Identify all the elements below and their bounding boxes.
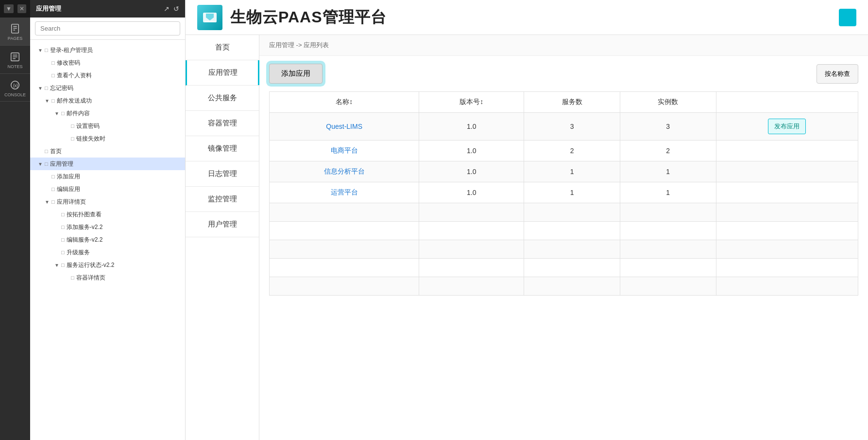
instances-cell: 3 xyxy=(620,113,716,141)
nav-item[interactable]: 公共服务 xyxy=(186,86,259,111)
sidebar-tree-item[interactable]: ▼ □ 邮件发送成功 xyxy=(30,94,185,107)
svg-rect-0 xyxy=(12,24,19,33)
sidebar-tree-item[interactable]: □ 按拓扑图查看 xyxy=(30,208,185,221)
nav-item[interactable]: 监控管理 xyxy=(186,187,259,212)
empty-cell xyxy=(419,203,524,222)
tree-arrow: ▼ xyxy=(38,85,45,92)
nav-item[interactable]: 镜像管理 xyxy=(186,136,259,161)
pages-label: PAGES xyxy=(8,36,22,41)
instances-cell: 2 xyxy=(620,141,716,161)
services-cell: 1 xyxy=(524,182,620,203)
action-cell: 发布应用 xyxy=(716,113,858,141)
empty-cell xyxy=(716,203,858,222)
sidebar-tree-item[interactable]: □ 首页 xyxy=(30,145,185,158)
release-app-button[interactable]: 发布应用 xyxy=(768,119,806,134)
empty-cell xyxy=(716,222,858,240)
page-icon: □ xyxy=(61,109,65,118)
sidebar-tree-item[interactable]: ▼ □ 忘记密码 xyxy=(30,82,185,94)
nav-item[interactable]: 容器管理 xyxy=(186,111,259,136)
app-table: 名称↕版本号↕服务数实例数 Quest-LIMS1.033发布应用电商平台1.0… xyxy=(269,91,858,296)
tree-item-label: 应用详情页 xyxy=(57,197,86,206)
tree-item-label: 升级服务 xyxy=(67,248,90,257)
sidebar-tree-item[interactable]: □ 添加应用 xyxy=(30,170,185,183)
table-head: 名称↕版本号↕服务数实例数 xyxy=(270,92,858,113)
action-cell xyxy=(716,161,858,182)
toolbar-pages-item[interactable]: PAGES xyxy=(0,18,30,46)
empty-cell xyxy=(716,277,858,296)
table-row: Quest-LIMS1.033发布应用 xyxy=(270,113,858,141)
sidebar-tree-item[interactable]: □ 编辑服务-v2.2 xyxy=(30,233,185,246)
toolbar-console-item[interactable]: {x} CONSOLE xyxy=(0,74,30,102)
export-icon[interactable]: ↗ xyxy=(164,5,170,13)
tree-item-label: 首页 xyxy=(50,147,62,156)
sidebar-search xyxy=(30,18,185,40)
nav-item[interactable]: 应用管理 xyxy=(186,60,259,86)
table-row-empty xyxy=(270,259,858,277)
search-by-name-button[interactable]: 按名称查 xyxy=(817,64,858,84)
empty-cell xyxy=(419,259,524,277)
tree-item-label: 应用管理 xyxy=(50,159,73,168)
header-right-icon xyxy=(839,9,856,26)
nav-item[interactable]: 用户管理 xyxy=(186,212,259,237)
search-input[interactable] xyxy=(35,21,180,35)
page-icon: □ xyxy=(51,71,55,80)
version-cell: 1.0 xyxy=(419,141,524,161)
page-icon: □ xyxy=(45,160,48,168)
page-icon: □ xyxy=(71,135,74,143)
services-cell: 2 xyxy=(524,141,620,161)
sidebar-header-icons: ↗ ↺ xyxy=(164,5,179,13)
sidebar-tree-item[interactable]: □ 添加服务-v2.2 xyxy=(30,221,185,233)
empty-cell xyxy=(620,259,716,277)
app-name-cell[interactable]: 运营平台 xyxy=(270,182,419,203)
tree-item-label: 添加服务-v2.2 xyxy=(67,223,103,231)
tree-item-label: 编辑应用 xyxy=(57,185,80,194)
tree-arrow: ▼ xyxy=(45,97,51,105)
breadcrumb: 应用管理 -> 应用列表 xyxy=(259,35,868,56)
table-header-cell: 实例数 xyxy=(620,92,716,113)
empty-cell xyxy=(524,277,620,296)
nav-item[interactable]: 首页 xyxy=(186,35,259,60)
toolbar-notes-item[interactable]: NOTES xyxy=(0,46,30,74)
app-name-cell[interactable]: 电商平台 xyxy=(270,141,419,161)
refresh-icon[interactable]: ↺ xyxy=(173,5,179,13)
sidebar-tree-item[interactable]: ▼ □ 应用管理 xyxy=(30,158,185,170)
sidebar-tree-item[interactable]: □ 链接失效时 xyxy=(30,132,185,145)
empty-cell xyxy=(419,277,524,296)
tree-arrow: ▼ xyxy=(45,198,51,206)
app-name-cell[interactable]: 信息分析平台 xyxy=(270,161,419,182)
sidebar-tree-item[interactable]: □ 设置密码 xyxy=(30,120,185,132)
instances-cell: 1 xyxy=(620,161,716,182)
sidebar-tree-item[interactable]: ▼ □ 邮件内容 xyxy=(30,107,185,120)
page-icon: □ xyxy=(45,147,48,156)
empty-cell xyxy=(620,203,716,222)
toolbar-top-bar: ▼ ✕ xyxy=(0,0,30,18)
sidebar-tree-item[interactable]: □ 查看个人资料 xyxy=(30,69,185,82)
table-header-cell: 名称↕ xyxy=(270,92,419,113)
tree-item-label: 修改密码 xyxy=(57,58,80,67)
sidebar-tree-item[interactable]: □ 编辑应用 xyxy=(30,183,185,195)
add-app-button[interactable]: 添加应用 xyxy=(269,64,323,84)
sidebar-tree-item[interactable]: □ 容器详情页 xyxy=(30,271,185,284)
tree-item-label: 服务运行状态-v2.2 xyxy=(67,261,115,269)
table-row-empty xyxy=(270,277,858,296)
empty-cell xyxy=(270,277,419,296)
sidebar-tree-item[interactable]: ▼ □ 应用详情页 xyxy=(30,195,185,208)
table-row-empty xyxy=(270,203,858,222)
nav-item[interactable]: 日志管理 xyxy=(186,161,259,187)
content-wrapper: 首页应用管理公共服务容器管理镜像管理日志管理监控管理用户管理 应用管理 -> 应… xyxy=(186,35,868,440)
tree-arrow: ▼ xyxy=(54,110,61,117)
table-row: 电商平台1.022 xyxy=(270,141,858,161)
sidebar-tree-item[interactable]: ▼ □ 登录-租户管理员 xyxy=(30,44,185,56)
toggle-icon[interactable]: ▼ xyxy=(4,4,14,13)
sidebar-tree: ▼ □ 登录-租户管理员 □ 修改密码 □ 查看个人资料 ▼ □ 忘记密码 ▼ … xyxy=(30,40,185,440)
app-title: 生物云PAAS管理平台 xyxy=(230,7,387,28)
sidebar-tree-item[interactable]: □ 升级服务 xyxy=(30,246,185,259)
pages-icon xyxy=(10,23,20,34)
close-icon[interactable]: ✕ xyxy=(17,4,26,13)
svg-text:{x}: {x} xyxy=(13,83,18,88)
page-icon: □ xyxy=(61,211,65,219)
sidebar-tree-item[interactable]: ▼ □ 服务运行状态-v2.2 xyxy=(30,259,185,271)
empty-cell xyxy=(620,240,716,259)
app-name-cell[interactable]: Quest-LIMS xyxy=(270,113,419,141)
sidebar-tree-item[interactable]: □ 修改密码 xyxy=(30,56,185,69)
